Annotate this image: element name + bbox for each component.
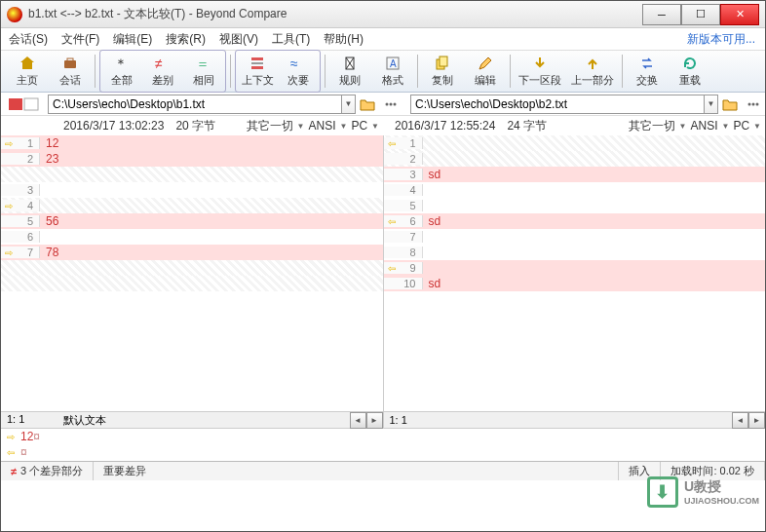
reload-button[interactable]: 重载	[670, 52, 710, 91]
right-scroll-right[interactable]: ►	[748, 412, 765, 429]
all-button[interactable]: ＊ 全部	[101, 52, 142, 91]
right-date: 2016/3/17 12:55:24	[395, 119, 495, 133]
right-platform-dropdown[interactable]: PC▼	[733, 119, 761, 133]
code-line[interactable]	[1, 260, 383, 276]
line-text: sd	[423, 277, 766, 290]
diff-arrow-right-icon: ⇨	[5, 247, 13, 258]
next-section-button[interactable]: 下一区段	[515, 52, 565, 91]
copy-button[interactable]: 复制	[422, 52, 463, 91]
merge-arrow-icon: ⇨	[1, 432, 20, 442]
gutter: ⇨1	[1, 137, 40, 149]
left-code-area[interactable]: ⇨1122233⇨45566⇨778	[1, 135, 383, 411]
left-scroll-right[interactable]: ►	[366, 412, 383, 429]
home-button[interactable]: 主页	[7, 52, 48, 91]
dots-icon	[746, 97, 761, 111]
diff-arrow-left-icon: ⇦	[388, 216, 396, 227]
svg-rect-1	[67, 58, 73, 61]
code-line[interactable]: 2	[384, 151, 766, 167]
code-line[interactable]: ⇨4	[1, 198, 383, 213]
right-code-area[interactable]: ⇦123sd45⇦6sd78⇦910sd	[384, 135, 766, 411]
left-platform-dropdown[interactable]: PC▼	[351, 119, 379, 133]
line-text: 78	[40, 246, 383, 259]
edit-button[interactable]: 编辑	[465, 52, 506, 91]
swap-button[interactable]: 交换	[627, 52, 668, 91]
home-icon	[19, 56, 35, 71]
code-line[interactable]: ⇨112	[1, 135, 383, 151]
gutter: 4	[384, 184, 423, 196]
right-encoding-dropdown[interactable]: ANSI▼	[690, 119, 729, 133]
code-line[interactable]: 3sd	[384, 167, 766, 182]
code-line[interactable]: 8	[384, 245, 766, 260]
line-text: sd	[423, 214, 766, 228]
right-path-dropdown[interactable]: ▼	[705, 95, 718, 114]
menu-tools[interactable]: 工具(T)	[272, 31, 310, 48]
code-line[interactable]: 556	[1, 213, 383, 229]
approx-icon: ≈	[290, 56, 306, 71]
line-text: sd	[423, 168, 766, 181]
left-open-folder-button[interactable]	[358, 95, 377, 114]
rules-button[interactable]: 规则	[329, 52, 370, 91]
code-line[interactable]: 6	[1, 229, 383, 245]
code-line[interactable]	[1, 276, 383, 291]
new-version-link[interactable]: 新版本可用...	[687, 31, 755, 48]
left-scroll-left[interactable]: ◄	[350, 412, 366, 429]
code-line[interactable]: 223	[1, 151, 383, 167]
app-icon	[7, 7, 22, 22]
diff-button[interactable]: ≠ 差别	[142, 52, 183, 91]
left-filter-dropdown[interactable]: 其它一切▼	[247, 118, 305, 134]
sessions-button[interactable]: 会话	[50, 52, 91, 91]
right-browse-button[interactable]	[744, 95, 763, 114]
merge-arrow-icon: ⇦	[1, 447, 20, 458]
code-line[interactable]: 5	[384, 198, 766, 213]
left-path-dropdown[interactable]: ▼	[342, 95, 356, 114]
right-filter-dropdown[interactable]: 其它一切▼	[629, 118, 687, 134]
referee-icon	[342, 56, 358, 71]
gutter: ⇨4	[1, 200, 40, 211]
prev-section-button[interactable]: 上一部分	[567, 52, 618, 91]
gutter: 7	[384, 231, 423, 243]
right-hscroll: 1: 1 ◄ ►	[384, 411, 766, 428]
minor-button[interactable]: ≈ 次要	[278, 52, 319, 91]
right-scroll-left[interactable]: ◄	[732, 412, 748, 429]
code-line[interactable]: ⇨778	[1, 245, 383, 260]
format-button[interactable]: A 格式	[372, 52, 413, 91]
equal-icon: ＝	[196, 56, 211, 71]
same-button[interactable]: ＝ 相同	[183, 52, 224, 91]
diff-arrow-right-icon: ⇨	[5, 201, 13, 211]
menu-view[interactable]: 视图(V)	[219, 31, 258, 48]
code-line[interactable]: 4	[384, 182, 766, 198]
code-line[interactable]: 3	[1, 182, 383, 198]
svg-point-15	[748, 102, 751, 105]
left-size: 20 字节	[175, 118, 215, 134]
gutter: 5	[1, 215, 40, 227]
gutter: 10	[384, 278, 423, 289]
svg-rect-10	[9, 98, 22, 110]
menu-file[interactable]: 文件(F)	[61, 31, 99, 48]
diff-count-cell: ≠3 个差异部分	[1, 462, 94, 480]
code-line[interactable]	[1, 167, 383, 182]
menu-help[interactable]: 帮助(H)	[324, 31, 364, 48]
left-path-input[interactable]	[48, 95, 342, 114]
close-button[interactable]: ✕	[720, 4, 759, 25]
code-line[interactable]: 10sd	[384, 276, 766, 291]
code-line[interactable]: ⇦6sd	[384, 213, 766, 229]
left-pane: ⇨1122233⇨45566⇨778 1: 1默认文本 ◄ ►	[1, 135, 384, 428]
code-line[interactable]: 7	[384, 229, 766, 245]
code-line[interactable]: ⇦9	[384, 260, 766, 276]
merge-preview[interactable]: ⇨12¤ ⇦¤	[1, 428, 765, 461]
thumbnail-bar-icon[interactable]	[1, 96, 48, 112]
context-button[interactable]: 上下文	[237, 52, 278, 91]
gutter: 5	[384, 200, 423, 211]
menu-session[interactable]: 会话(S)	[9, 31, 48, 48]
right-open-folder-button[interactable]	[720, 95, 740, 114]
minimize-button[interactable]: ─	[642, 4, 681, 25]
asterisk-icon: ＊	[114, 56, 130, 71]
left-encoding-dropdown[interactable]: ANSI▼	[308, 119, 347, 133]
code-line[interactable]: ⇦1	[384, 135, 766, 151]
left-browse-button[interactable]	[381, 95, 401, 114]
maximize-button[interactable]: ☐	[681, 4, 720, 25]
right-info-row: 2016/3/17 12:55:24 24 字节 其它一切▼ ANSI▼ PC▼	[383, 116, 765, 135]
right-path-input[interactable]	[410, 95, 705, 114]
menu-search[interactable]: 搜索(R)	[166, 31, 206, 48]
menu-edit[interactable]: 编辑(E)	[113, 31, 152, 48]
